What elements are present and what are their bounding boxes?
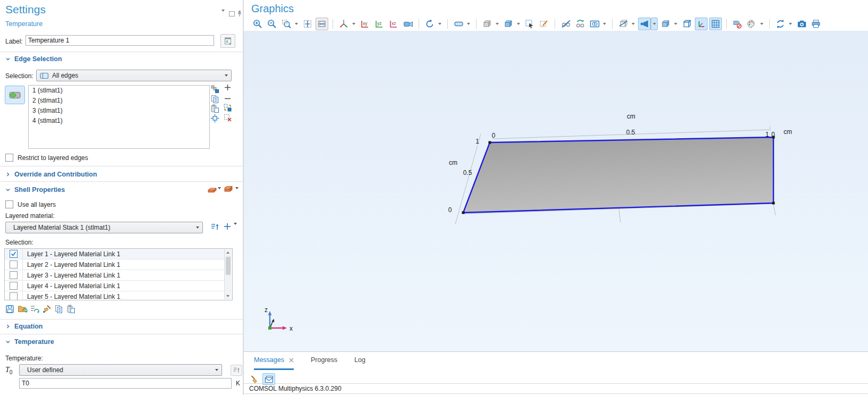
add-layered-material-button[interactable] [223,222,232,231]
layer-list-scrollbar[interactable] [224,249,232,299]
layer-row[interactable]: Layer 5 - Layered Material Link 1 [5,291,232,300]
select-block-blue-caret-icon[interactable] [515,18,522,30]
label-options-button[interactable] [220,34,235,48]
paste-selection-button[interactable] [210,104,219,113]
reset-hiding-button[interactable] [574,18,586,30]
edge-list-item[interactable]: 3 (stlmat1) [29,106,209,116]
restrict-layered-edges-row[interactable]: Restrict to layered edges [5,154,88,162]
rotate-caret-icon[interactable] [436,18,443,30]
message-row[interactable]: COMSOL Multiphysics 6.3.0.290 [244,383,868,394]
tab-messages[interactable]: Messages [254,356,294,370]
select-block-gray-button[interactable] [481,18,493,30]
clear-messages-button[interactable] [250,375,259,384]
add-to-selection-button[interactable] [224,83,232,91]
layer-checkbox[interactable] [10,260,18,268]
update-plot-caret-icon[interactable] [787,18,794,30]
layer-checkbox[interactable] [10,282,18,290]
select-block-blue-button[interactable] [502,18,515,30]
wireframe-button[interactable] [617,18,629,30]
layer-checkbox-checked[interactable] [10,250,18,258]
load-layer-selection-button[interactable] [18,305,28,314]
temperature-go-to-source-button[interactable] [231,365,242,376]
label-input[interactable] [25,35,214,46]
zoom-box-caret-icon[interactable] [293,18,300,30]
edge-selection-dropdown[interactable]: All edges [36,70,232,81]
layered-material-dropdown[interactable]: Layered Material Stack 1 (stlmat1) [5,222,203,233]
layer-checkbox[interactable] [10,292,18,300]
environment-button[interactable] [659,18,672,30]
tab-progress[interactable]: Progress [311,356,337,368]
scroll-up-icon[interactable] [226,251,229,254]
activate-selection-button[interactable] [210,85,219,94]
print-button[interactable] [810,18,822,30]
snapshot-button[interactable] [795,18,808,30]
vertex-marker[interactable] [462,212,465,214]
panel-menu-caret-icon[interactable] [222,12,225,19]
scene-light-caret-icon[interactable] [651,18,658,30]
view-unhide-button[interactable] [588,18,601,30]
paste-layer-selection-button[interactable] [66,305,75,314]
show-grid-toggle[interactable] [709,18,722,30]
deselect-entities-button[interactable] [538,18,550,30]
color-palette-caret-icon[interactable] [758,18,765,30]
appearance-button[interactable] [452,18,465,30]
copy-layer-selection-button[interactable] [54,305,63,314]
layer-row[interactable]: Layer 2 - Layered Material Link 1 [5,259,232,270]
layer-checkbox[interactable] [10,271,18,279]
scroll-thumb[interactable] [226,257,231,275]
zoom-out-button[interactable] [266,18,278,30]
section-shell-properties[interactable]: Shell Properties [5,186,65,194]
view-orientation-caret-icon[interactable] [350,18,357,30]
zoom-box-button[interactable] [280,18,293,30]
section-temperature[interactable]: Temperature [5,338,54,346]
shell-slab-caret-icon[interactable] [218,189,221,197]
graphics-canvas[interactable]: cm 0 0.5 1 0 cm 1 cm 0.5 0 [244,31,868,351]
zoom-to-selection-view-button[interactable] [316,18,328,30]
view-orientation-button[interactable] [337,18,350,30]
zoom-in-button[interactable] [251,18,264,30]
use-all-layers-checkbox[interactable] [5,200,13,208]
add-layered-material-caret-icon[interactable] [234,225,237,232]
select-block-gray-caret-icon[interactable] [493,18,500,30]
layer-row[interactable]: Layer 3 - Layered Material Link 1 [5,270,232,281]
environment-caret-icon[interactable] [672,18,679,30]
go-to-source-button[interactable] [210,222,220,232]
shell-stack-button[interactable] [224,184,233,194]
use-all-layers-row[interactable]: Use all layers [5,200,56,208]
vertex-marker[interactable] [489,141,491,144]
shell-slab-button[interactable] [207,186,217,194]
edge-list-item[interactable]: 4 (stlmat1) [29,116,209,126]
zoom-to-selection-button[interactable] [210,114,219,123]
section-edge-selection[interactable]: Edge Selection [5,55,62,63]
show-axis-toggle[interactable] [695,18,708,30]
temperature-expression-input[interactable] [19,378,232,389]
view-yz-button[interactable]: yz [373,18,386,30]
view-unhide-caret-icon[interactable] [601,18,608,30]
shell-surface[interactable] [463,137,773,213]
edge-selection-active-toggle[interactable] [5,86,25,104]
panel-pin-icon[interactable] [237,10,242,19]
edge-list-item[interactable]: 2 (stlmat1) [29,96,209,106]
layer-row[interactable]: Layer 1 - Layered Material Link 1 [5,249,232,259]
wireframe-caret-icon[interactable] [629,18,636,30]
remove-from-selection-button[interactable] [224,95,232,103]
copy-selection-button[interactable] [210,95,219,104]
layer-selection-table[interactable]: Layer 1 - Layered Material Link 1 Layer … [4,248,233,300]
view-xz-button[interactable]: xz [387,18,400,30]
update-plot-button[interactable] [774,18,787,30]
color-palette-button[interactable] [745,18,758,30]
hide-labels-button[interactable] [731,18,744,30]
transparency-button[interactable] [680,18,693,30]
vertex-marker[interactable] [772,202,775,205]
restrict-layered-edges-checkbox[interactable] [5,154,13,162]
refresh-layer-list-button[interactable] [30,305,39,314]
tab-log[interactable]: Log [354,356,365,368]
section-equation[interactable]: Equation [5,323,42,330]
clear-layer-selection-button[interactable] [42,305,52,314]
scroll-down-icon[interactable] [226,295,229,297]
edge-list[interactable]: 1 (stlmat1) 2 (stlmat1) 3 (stlmat1) 4 (s… [28,85,210,149]
section-override-contribution[interactable]: Override and Contribution [5,171,97,178]
shell-stack-caret-icon[interactable] [235,189,239,197]
view-xy-button[interactable]: xy [359,18,371,30]
scene-light-button[interactable] [638,18,651,30]
